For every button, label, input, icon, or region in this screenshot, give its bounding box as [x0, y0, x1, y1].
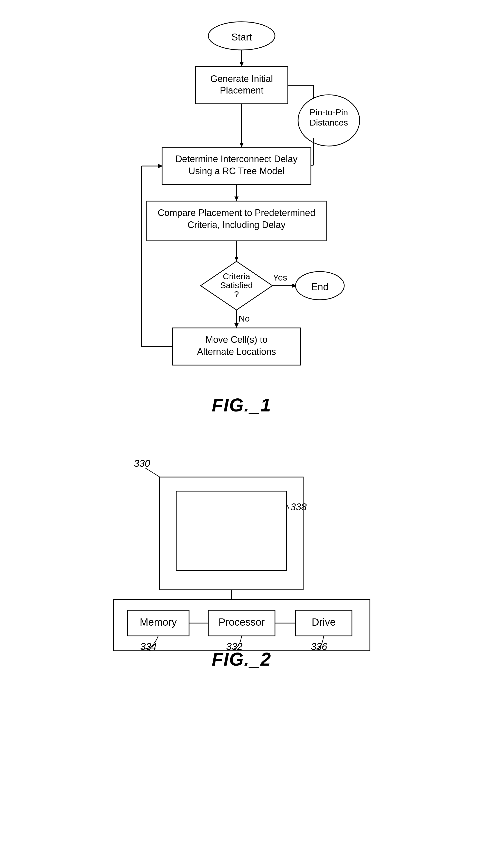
svg-marker-17 — [234, 257, 238, 261]
processor-label: Processor — [218, 616, 264, 628]
pin-label1: Pin-to-Pin — [310, 107, 348, 117]
generate-label2: Placement — [220, 85, 263, 96]
ref330-label: 330 — [134, 458, 150, 469]
svg-rect-31 — [176, 491, 286, 570]
svg-marker-11 — [239, 143, 244, 147]
compare-label1: Compare Placement to Predetermined — [158, 208, 315, 218]
move-label2: Alternate Locations — [197, 346, 276, 357]
svg-marker-14 — [234, 196, 238, 201]
yes-label: Yes — [273, 273, 287, 282]
end-label: End — [311, 282, 329, 292]
criteria-label2: Satisfied — [220, 281, 253, 290]
page: Start Generate Initial Placement Pin-to-… — [0, 0, 483, 685]
ref336-label: 336 — [311, 641, 327, 652]
move-label1: Move Cell(s) to — [205, 334, 267, 345]
fig2-label: FIG._2 — [211, 649, 271, 670]
fig2-container: 330 338 Memory Processor Drive — [0, 421, 483, 675]
criteria-label1: Criteria — [223, 272, 250, 281]
criteria-label3: ? — [234, 289, 238, 299]
no-label: No — [238, 314, 250, 323]
memory-label: Memory — [140, 616, 176, 628]
fig1-label: FIG._1 — [211, 395, 271, 415]
determine-label1: Determine Interconnect Delay — [175, 154, 297, 164]
fig1-svg: Start Generate Initial Placement Pin-to-… — [126, 21, 357, 400]
ref338-label: 338 — [290, 502, 307, 513]
fig2-svg: 330 338 Memory Processor Drive — [101, 436, 383, 646]
generate-label: Generate Initial — [210, 73, 273, 84]
svg-marker-23 — [234, 323, 238, 328]
start-label: Start — [231, 32, 252, 42]
drive-label: Drive — [312, 616, 336, 628]
determine-label2: Using a RC Tree Model — [188, 166, 284, 176]
svg-marker-2 — [239, 62, 244, 67]
fig1-container: Start Generate Initial Placement Pin-to-… — [0, 10, 483, 421]
pin-label2: Distances — [310, 118, 348, 127]
compare-label2: Criteria, Including Delay — [187, 220, 285, 230]
